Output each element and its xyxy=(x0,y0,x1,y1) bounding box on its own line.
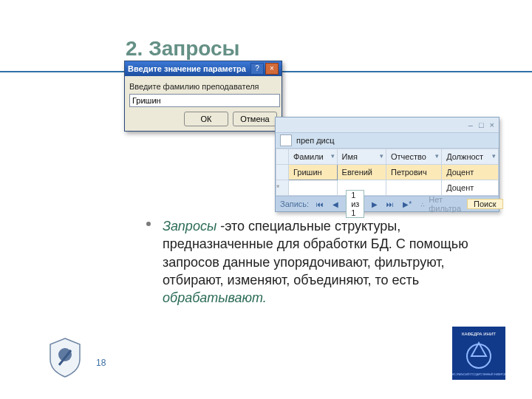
cell-patronymic[interactable] xyxy=(386,180,441,196)
col-header-surname[interactable]: Фамили▾ xyxy=(289,149,338,165)
filter-icon: ⛬ xyxy=(419,200,426,208)
nav-new-button[interactable]: ▶* xyxy=(401,200,413,208)
nav-first-button[interactable]: ⏮ xyxy=(315,200,325,208)
datasheet-grid[interactable]: Фамили▾ Имя▾ Отчество▾ Должност▾ Гришин … xyxy=(276,149,499,196)
university-crest-icon xyxy=(47,337,83,378)
query-icon xyxy=(280,134,292,146)
ok-button[interactable]: ОК xyxy=(184,112,228,126)
chevron-down-icon[interactable]: ▾ xyxy=(331,152,335,160)
chevron-down-icon[interactable]: ▾ xyxy=(380,152,383,160)
bullet-lead-term: Запросы xyxy=(163,219,216,233)
chevron-down-icon[interactable]: ▾ xyxy=(492,152,496,160)
row-selector-header[interactable] xyxy=(276,149,289,165)
cell-position[interactable]: Доцент xyxy=(442,165,499,180)
nav-prev-button[interactable]: ◀ xyxy=(331,200,340,208)
nav-label: Запись: xyxy=(280,200,309,208)
table-row[interactable]: Гришин Евгений Петрович Доцент xyxy=(276,165,499,180)
cell-patronymic[interactable]: Петрович xyxy=(386,165,441,180)
bullet-dot-icon xyxy=(146,222,151,226)
table-row-new[interactable]: * Доцент xyxy=(276,180,499,196)
bullet-paragraph: Запросы -это специальные структуры, пред… xyxy=(163,217,495,307)
record-navigator: Запись: ⏮ ◀ 1 из 1 ▶ ⏭ ▶* ⛬Нет фильтра П… xyxy=(276,196,499,211)
cell-position[interactable]: Доцент xyxy=(442,180,499,196)
col-header-position[interactable]: Должност▾ xyxy=(442,149,499,165)
bullet-tail-term: обрабатывают. xyxy=(163,290,267,305)
department-logo-icon: КАФЕДРА ИНИТ ЮЖНО-УРАЛЬСКИЙ ГОСУДАРСТВЕН… xyxy=(452,327,505,380)
chevron-down-icon[interactable]: ▾ xyxy=(435,152,439,160)
slide: 2. Запросы Введите значение параметра ? … xyxy=(0,0,532,399)
nav-position[interactable]: 1 из 1 xyxy=(346,190,364,218)
svg-text:КАФЕДРА ИНИТ: КАФЕДРА ИНИТ xyxy=(462,332,496,336)
cell-name[interactable]: Евгений xyxy=(337,165,386,180)
dialog-titlebar[interactable]: Введите значение параметра ? × xyxy=(125,61,282,76)
dialog-prompt: Введите фамилию преподавателя xyxy=(129,82,277,91)
window-restore-icon[interactable]: □ xyxy=(479,120,484,129)
nav-next-button[interactable]: ▶ xyxy=(370,200,379,208)
dialog-title: Введите значение параметра xyxy=(128,64,246,73)
nav-filter[interactable]: ⛬Нет фильтра xyxy=(419,195,461,213)
new-row-marker[interactable]: * xyxy=(276,180,289,196)
slide-title: 2. Запросы xyxy=(126,37,239,61)
cell-surname[interactable] xyxy=(289,180,338,196)
tab-title: преп дисц xyxy=(296,136,335,145)
window-minimize-icon[interactable]: – xyxy=(468,120,473,129)
window-close-icon[interactable]: × xyxy=(490,120,494,129)
dialog-close-icon[interactable]: × xyxy=(265,63,279,75)
nav-last-button[interactable]: ⏭ xyxy=(385,200,395,208)
dialog-help-icon[interactable]: ? xyxy=(250,63,264,75)
datasheet-window: – □ × преп дисц Фамили▾ Имя▾ Отчество▾ Д… xyxy=(275,117,499,212)
row-selector[interactable] xyxy=(276,165,289,180)
page-number: 18 xyxy=(96,358,106,368)
parameter-dialog: Введите значение параметра ? × Введите ф… xyxy=(124,61,282,132)
cancel-button[interactable]: Отмена xyxy=(233,112,277,126)
svg-text:ЮЖНО-УРАЛЬСКИЙ ГОСУДАРСТВЕННЫЙ: ЮЖНО-УРАЛЬСКИЙ ГОСУДАРСТВЕННЫЙ УНИВЕРСИТ… xyxy=(452,372,505,376)
nav-search[interactable]: Поиск xyxy=(467,199,502,209)
col-header-patronymic[interactable]: Отчество▾ xyxy=(386,149,441,165)
dialog-input[interactable] xyxy=(129,94,280,107)
datasheet-tab[interactable]: преп дисц xyxy=(276,133,499,149)
cell-surname[interactable]: Гришин xyxy=(289,165,338,180)
col-header-name[interactable]: Имя▾ xyxy=(337,149,386,165)
